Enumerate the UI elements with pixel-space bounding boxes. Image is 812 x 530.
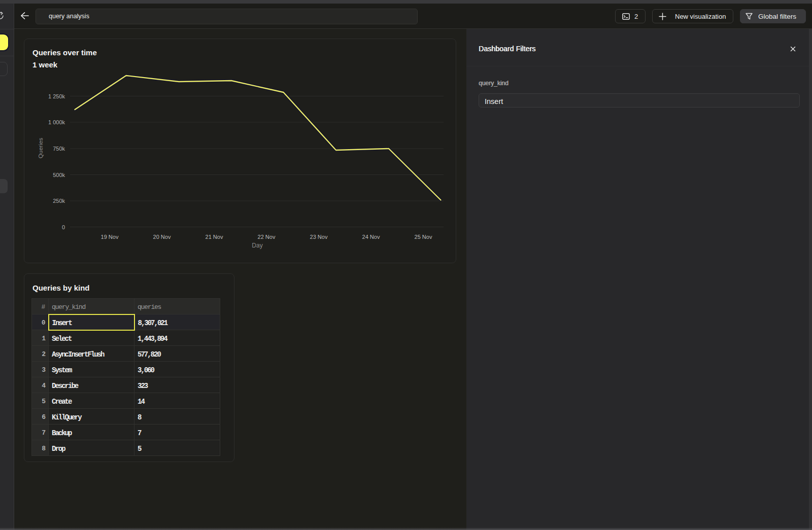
svg-text:750k: 750k <box>53 146 65 152</box>
svg-text:250k: 250k <box>53 198 65 204</box>
svg-text:20 Nov: 20 Nov <box>153 234 171 240</box>
svg-text:1 250k: 1 250k <box>48 93 65 99</box>
svg-text:24 Nov: 24 Nov <box>362 234 380 240</box>
svg-text:19 Nov: 19 Nov <box>101 234 119 240</box>
svg-text:0: 0 <box>62 224 65 230</box>
svg-text:500k: 500k <box>53 172 65 178</box>
svg-text:22 Nov: 22 Nov <box>258 234 276 240</box>
svg-text:21 Nov: 21 Nov <box>206 234 223 240</box>
svg-text:Queries: Queries <box>38 138 44 159</box>
svg-text:Day: Day <box>252 242 262 249</box>
svg-text:25 Nov: 25 Nov <box>415 234 432 240</box>
svg-text:23 Nov: 23 Nov <box>310 234 328 240</box>
svg-text:1 000k: 1 000k <box>48 119 65 125</box>
